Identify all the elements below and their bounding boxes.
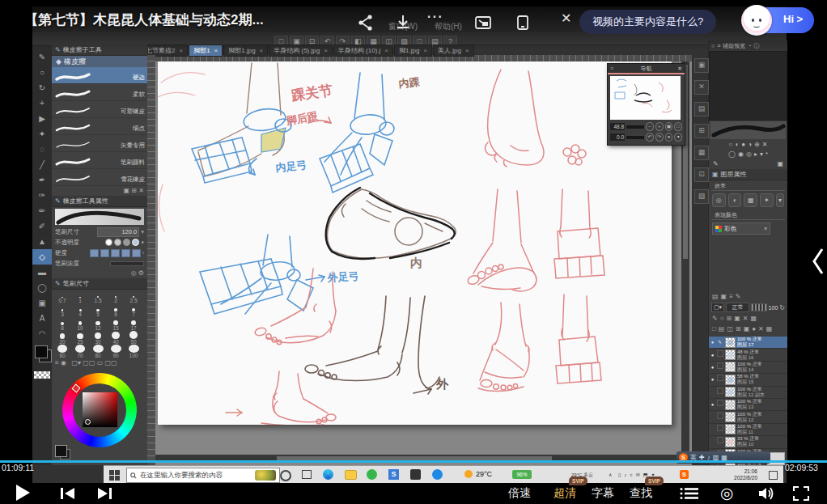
tool-button[interactable]: ▣ bbox=[32, 295, 52, 311]
fit-screen-icon[interactable]: ▣ bbox=[665, 122, 673, 131]
layer-visible-eye-icon[interactable]: ● bbox=[709, 349, 716, 361]
brush-size-preset[interactable]: 7 bbox=[125, 303, 142, 317]
drawing-canvas[interactable]: 踝关节 脚后跟 内足弓 内踝 内 外足弓 外 bbox=[158, 61, 672, 425]
color-swatches[interactable] bbox=[35, 345, 51, 366]
taskbar-clock[interactable]: 21:062022/8/20 bbox=[712, 468, 757, 481]
layer-thumbnail[interactable] bbox=[725, 349, 736, 360]
brush-size-preset[interactable]: 70 bbox=[71, 345, 89, 358]
effect-extract-icon[interactable]: ▦ bbox=[744, 193, 757, 207]
brush-size-preset[interactable]: 60 bbox=[53, 345, 71, 358]
download-icon[interactable] bbox=[393, 13, 413, 32]
edge-browser-icon[interactable] bbox=[322, 468, 335, 481]
brush-size-preset[interactable]: 4 bbox=[71, 303, 89, 317]
tool-button[interactable]: ◯ bbox=[32, 280, 52, 295]
color-panel-header[interactable]: ≡ ◉ ▢▾ ▢▢ ▭ ▢▢ bbox=[52, 358, 147, 369]
panel-shortcut-button[interactable]: ⊞ bbox=[694, 124, 709, 138]
brush-size-preset[interactable]: 40 bbox=[107, 331, 125, 345]
subtool-item[interactable]: 雪花橡皮 bbox=[52, 169, 147, 186]
layer-visible-eye-icon[interactable]: ● bbox=[709, 399, 716, 410]
ai-assistant-tooltip[interactable]: 视频的主要内容是什么? bbox=[579, 10, 716, 34]
layer-thumbnail[interactable] bbox=[725, 337, 736, 348]
hardness-presets[interactable]: › bbox=[90, 249, 144, 257]
tool-button[interactable]: ✏ bbox=[32, 203, 52, 218]
layer-row[interactable]: 100 % 正常图层 12 副本 bbox=[709, 387, 787, 399]
brush-size-preset[interactable]: 20 bbox=[53, 331, 71, 345]
layer-panel-header-icons[interactable]: ▤▣≡✎ bbox=[709, 291, 787, 302]
layer-edit-pen-icon[interactable]: ✎ bbox=[716, 337, 723, 348]
layer-thumbnail[interactable] bbox=[725, 424, 736, 434]
layer-checkbox[interactable] bbox=[716, 412, 723, 423]
side-panel-chevron-icon[interactable] bbox=[812, 248, 824, 275]
eraser-tool[interactable]: ◇ bbox=[32, 249, 52, 265]
tool-button[interactable]: ▬ bbox=[32, 265, 52, 280]
record-icon[interactable]: ◎ bbox=[720, 484, 734, 502]
next-button[interactable] bbox=[96, 487, 112, 500]
task-view-icon[interactable] bbox=[300, 468, 313, 481]
brush-size-preset[interactable]: 100 bbox=[125, 345, 142, 358]
tool-button[interactable]: ✐ bbox=[32, 218, 52, 234]
actual-size-icon[interactable]: □ bbox=[674, 122, 682, 131]
zoom-in-icon[interactable]: + bbox=[655, 122, 664, 131]
opacity-value[interactable]: 100 bbox=[769, 305, 778, 311]
file-explorer-icon[interactable] bbox=[344, 468, 357, 481]
layer-lock-icons[interactable]: ✎○⊞▣✕▦ bbox=[709, 313, 787, 324]
brush-size-preset[interactable]: 17 bbox=[125, 317, 142, 331]
tool-button[interactable]: ╱ bbox=[32, 157, 52, 172]
brush-size-preset[interactable]: 1.5 bbox=[89, 290, 107, 303]
layer-row[interactable]: ●48 % 正常图层 16 bbox=[709, 349, 787, 361]
layer-checkbox[interactable] bbox=[716, 399, 723, 410]
tray-expand-icon[interactable]: ∧ bbox=[609, 472, 612, 477]
navigator-rotate-slider[interactable] bbox=[626, 136, 644, 139]
effect-border-icon[interactable]: ◎ bbox=[712, 193, 726, 207]
layer-thumbnail[interactable] bbox=[725, 412, 736, 422]
navigator-titlebar[interactable]: ≡ 导航 ✕ bbox=[608, 64, 685, 73]
opacity-presets[interactable]: ▾ bbox=[105, 239, 144, 246]
start-button[interactable] bbox=[109, 470, 120, 481]
layer-row[interactable]: 100 % 正常图层 12 bbox=[709, 411, 787, 423]
navigator-menu-icon[interactable]: ≡ bbox=[610, 64, 613, 73]
tool-button[interactable]: A bbox=[32, 311, 52, 326]
brush-size-preset[interactable]: 8 bbox=[53, 317, 71, 331]
blend-mode-dropdown[interactable]: 正常 bbox=[726, 303, 749, 312]
brush-size-preset[interactable]: 50 bbox=[125, 331, 142, 345]
tool-button[interactable]: ✑ bbox=[32, 188, 52, 203]
tool-button[interactable]: ◠ bbox=[32, 326, 52, 341]
brush-size-preset[interactable]: 25 bbox=[71, 331, 89, 345]
subview-buttons-row3[interactable]: ✎▣ bbox=[709, 159, 787, 169]
speed-button[interactable]: 倍速 bbox=[508, 486, 531, 501]
subtool-item[interactable]: 柔软 bbox=[52, 84, 147, 101]
app-dark-icon[interactable] bbox=[409, 468, 422, 481]
layer-checkbox[interactable] bbox=[716, 424, 723, 435]
brush-size-preset[interactable]: 15 bbox=[107, 317, 125, 331]
density-slider[interactable] bbox=[110, 261, 144, 266]
main-color-swatch[interactable] bbox=[55, 445, 67, 457]
tool-button[interactable]: ↻ bbox=[32, 80, 52, 95]
navigator-preview[interactable] bbox=[610, 76, 681, 120]
brush-size-preset[interactable]: 3 bbox=[53, 303, 71, 317]
subtool-group-header[interactable]: ◆橡皮擦 bbox=[52, 56, 147, 67]
navigator-zoom-value[interactable]: 48.8 bbox=[610, 123, 625, 130]
layer-action-icons[interactable]: □▤◫⊞▣●✕▦ bbox=[709, 324, 787, 334]
cast-icon[interactable] bbox=[513, 13, 532, 32]
weather-temp[interactable]: 29°C bbox=[476, 470, 492, 478]
layer-visible-eye-icon[interactable]: ● bbox=[709, 362, 716, 373]
layer-row[interactable]: ●100 % 正常图层 14 bbox=[709, 362, 787, 374]
subview-buttons-row1[interactable]: ○◐●◑⊕✕ bbox=[709, 140, 787, 150]
app-green-icon[interactable] bbox=[366, 468, 379, 481]
brush-size-preset[interactable]: 1 bbox=[71, 290, 89, 303]
layer-thumbnail[interactable] bbox=[725, 362, 736, 372]
tool-button[interactable]: ✎ bbox=[32, 49, 52, 65]
flip-icon[interactable]: ▾ bbox=[674, 133, 682, 142]
panel-shortcut-button[interactable]: ▣ bbox=[694, 58, 709, 73]
tool-button[interactable]: ○ bbox=[32, 65, 52, 80]
fullscreen-icon[interactable] bbox=[793, 486, 809, 501]
subtool-item[interactable]: 笔刷颜料 bbox=[52, 152, 147, 169]
layer-thumbnail[interactable] bbox=[725, 400, 736, 410]
layer-row[interactable]: ●✎100 % 正常图层 17 bbox=[709, 337, 787, 349]
layer-checkbox[interactable] bbox=[716, 349, 723, 361]
tool-button[interactable]: ✦ bbox=[32, 126, 52, 142]
layer-thumbnail[interactable] bbox=[725, 437, 736, 447]
color-mode-dropdown[interactable]: 彩色 ▾ bbox=[712, 222, 770, 235]
rotate-right-icon[interactable]: ↷ bbox=[655, 133, 664, 142]
transparent-color-swatch[interactable] bbox=[34, 371, 50, 379]
